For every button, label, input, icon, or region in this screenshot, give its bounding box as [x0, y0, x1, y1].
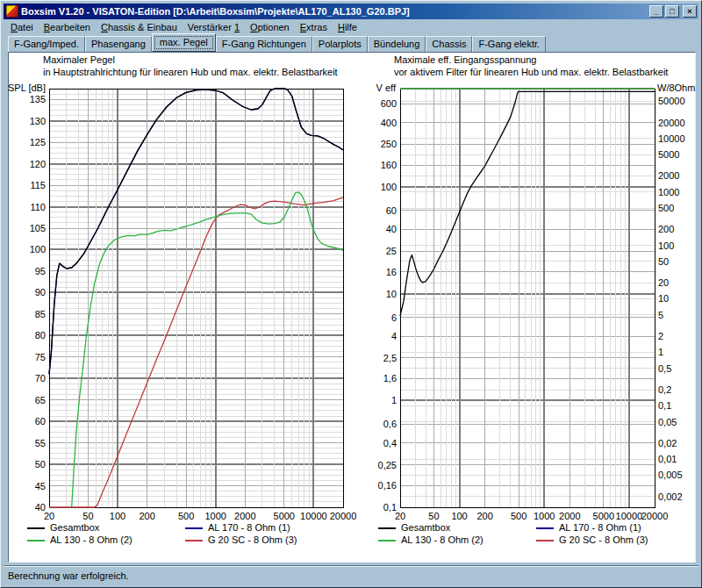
y-tick-label: 130 [8, 116, 46, 126]
legend-marker-g-20-sc-8-ohm-3 [185, 540, 203, 541]
y-tick-label-right: 0,1 [658, 400, 671, 411]
application-window: Boxsim V1.20 - VISATON-Edition [D:\Arbei… [0, 0, 702, 588]
y-tick-label-right: 0,002 [658, 491, 683, 502]
y-tick-label: 65 [8, 395, 46, 405]
y-tick-label: 4 [359, 331, 397, 341]
y-tick-label: 0,25 [359, 460, 397, 470]
y-tick-label: 110 [8, 202, 46, 212]
y-tick-label: 135 [8, 94, 46, 104]
y-tick-label-right: 5000 [658, 149, 679, 160]
series-g-20-sc-8-ohm-3 [49, 197, 343, 507]
y-tick-label-right: 2 [658, 331, 663, 341]
y-axis-unit: SPL [dB] [8, 82, 46, 93]
y-tick-label: 50 [8, 459, 46, 470]
y-tick-label: 160 [359, 160, 397, 170]
chart-subtitle: vor aktivem Filter für linearen Hub und … [394, 67, 668, 77]
chart-svg [1, 1, 702, 588]
status-text: Berechnung war erfolgreich. [8, 570, 129, 581]
y-tick-label: 16 [359, 267, 397, 277]
y-tick-label: 55 [8, 438, 46, 448]
y-tick-label: 0,16 [359, 480, 397, 491]
y-tick-label-right: 5 [658, 310, 663, 320]
y-tick-label: 6 [359, 312, 397, 323]
legend-label-al-130-8-ohm-2: AL 130 - 8 Ohm (2) [401, 534, 484, 545]
y-tick-label-right: 0,05 [658, 417, 677, 427]
y-tick-label: 100 [359, 182, 397, 192]
y-tick-label: 120 [8, 159, 46, 169]
y-tick-label: 60 [8, 416, 46, 427]
y-tick-label-right: 1000 [658, 187, 679, 197]
legend-marker-g-20-sc-8-ohm-3 [536, 540, 554, 541]
y-tick-label: 70 [8, 373, 46, 384]
y-tick-label-right: 50000 [658, 96, 685, 106]
plot-frame [400, 89, 655, 507]
y-tick-label: 115 [8, 180, 46, 190]
y-tick-label-right: 0,5 [658, 363, 671, 374]
legend-label-al-170-8-ohm-1: AL 170 - 8 Ohm (1) [208, 522, 290, 533]
y-tick-label-right: 0,005 [658, 470, 683, 480]
y-tick-label: 105 [8, 223, 46, 233]
y-tick-label: 250 [359, 139, 397, 149]
series-al-130-8-ohm-2 [72, 192, 343, 507]
y-tick-label: 1 [359, 395, 397, 405]
legend-marker-al-170-8-ohm-1 [185, 527, 203, 529]
chart-title: Maximaler Pegel [43, 54, 115, 65]
y-tick-label-right: 20000 [658, 118, 685, 128]
chart-subtitle: in Hauptstrahlrichtung für linearen Hub … [43, 67, 338, 77]
tab-max-pegel[interactable]: max. Pegel [152, 33, 216, 52]
y-axis-unit: V eff [356, 82, 396, 93]
legend-marker-al-130-8-ohm-2 [27, 540, 45, 541]
y-tick-label-right: 50 [658, 256, 669, 267]
y-axis-unit-right: W/8Ohm [657, 82, 695, 93]
legend-marker-gesamtbox [378, 527, 396, 529]
y-tick-label: 95 [8, 266, 46, 276]
y-tick-label: 10 [359, 289, 397, 299]
y-tick-label: 90 [8, 287, 46, 298]
y-tick-label: 60 [359, 205, 397, 216]
y-tick-label-right: 200 [658, 224, 674, 234]
y-tick-label-right: 0,2 [658, 384, 671, 395]
legend-label-al-130-8-ohm-2: AL 130 - 8 Ohm (2) [50, 534, 133, 545]
legend-marker-gesamtbox [27, 527, 45, 529]
y-tick-label-right: 0,01 [658, 454, 677, 464]
y-tick-label-right: 0,02 [658, 438, 677, 448]
y-tick-label-right: 500 [658, 203, 674, 213]
y-tick-label-right: 20 [658, 277, 669, 288]
y-tick-label: 2,5 [359, 353, 397, 363]
statusbar: Berechnung war erfolgreich. [4, 566, 698, 584]
legend-label-al-170-8-ohm-1: AL 170 - 8 Ohm (1) [559, 522, 641, 533]
y-tick-label: 85 [8, 309, 46, 319]
y-tick-label: 100 [8, 244, 46, 255]
y-tick-label: 1,6 [359, 373, 397, 384]
y-tick-label: 40 [359, 224, 397, 234]
legend-marker-al-170-8-ohm-1 [536, 527, 554, 529]
y-tick-label: 45 [8, 481, 46, 491]
legend-label-g-20-sc-8-ohm-3: G 20 SC - 8 Ohm (3) [208, 534, 297, 545]
y-tick-label: 125 [8, 137, 46, 147]
chart-title: Maximale eff. Eingangsspannung [394, 54, 536, 65]
y-tick-label: 600 [359, 98, 397, 109]
y-tick-label: 400 [359, 118, 397, 128]
y-tick-label: 80 [8, 330, 46, 341]
legend-label-g-20-sc-8-ohm-3: G 20 SC - 8 Ohm (3) [559, 534, 648, 545]
y-tick-label: 0,4 [359, 438, 397, 448]
x-tick-label: 20000 [628, 511, 681, 521]
legend-marker-al-130-8-ohm-2 [378, 540, 396, 541]
y-tick-label-right: 10 [658, 293, 669, 304]
y-tick-label: 0,6 [359, 419, 397, 429]
legend-label-gesamtbox: Gesamtbox [401, 522, 450, 533]
y-tick-label: 25 [359, 246, 397, 256]
y-tick-label-right: 2000 [658, 170, 679, 181]
y-tick-label: 75 [8, 352, 46, 362]
series-gesamtbox [400, 91, 655, 315]
legend-label-gesamtbox: Gesamtbox [50, 522, 99, 533]
y-tick-label-right: 100 [658, 240, 674, 251]
y-tick-label-right: 1 [658, 347, 663, 357]
y-tick-label-right: 10000 [658, 133, 685, 144]
